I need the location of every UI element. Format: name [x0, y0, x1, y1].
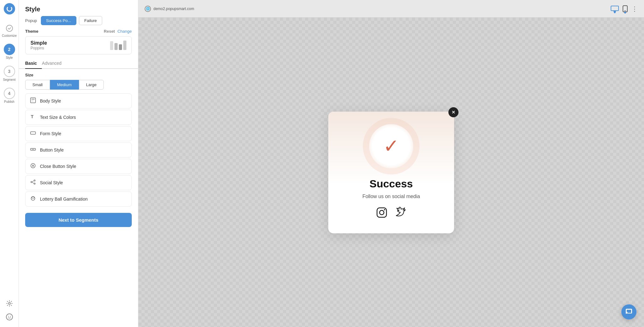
button-style-icon [30, 147, 36, 153]
social-style-label: Social Style [40, 180, 63, 185]
svg-text:T: T [31, 114, 34, 119]
text-size-colors-label: Text Size & Colors [40, 115, 76, 120]
svg-point-17 [34, 183, 35, 184]
social-style-item[interactable]: Social Style [25, 175, 132, 190]
svg-point-3 [8, 316, 8, 317]
preview-toolbar: 🌐 demo2.popupsmart.com ⋮ [138, 0, 644, 18]
success-popup-tab[interactable]: Success Po... [41, 16, 76, 25]
svg-point-16 [31, 181, 32, 183]
svg-rect-5 [31, 98, 36, 103]
preview-area: 🌐 demo2.popupsmart.com ⋮ [138, 0, 644, 327]
popup-close-btn[interactable]: ✕ [448, 107, 458, 117]
lottery-ball-label: Lottery Ball Gamification [40, 197, 88, 202]
text-size-icon: T [30, 114, 36, 121]
body-style-label: Body Style [40, 98, 61, 103]
size-large-btn[interactable]: Large [79, 80, 104, 90]
close-button-icon [30, 163, 36, 170]
popup-subtitle: Follow us on social media [362, 194, 420, 199]
device-switcher: ⋮ [611, 5, 638, 13]
preview-url-bar: 🌐 demo2.popupsmart.com [145, 6, 194, 12]
theme-change-btn[interactable]: Change [117, 29, 132, 34]
preview-content: ✕ ✓ Success Follow us on social media [138, 18, 644, 327]
theme-card: Simple Poppins [25, 36, 132, 54]
segment-label: Segment [3, 78, 15, 81]
size-button-group: Small Medium Large [25, 80, 132, 90]
svg-line-19 [32, 182, 34, 183]
theme-reset-btn[interactable]: Reset [104, 29, 115, 34]
mobile-device-btn[interactable] [623, 5, 628, 12]
style-items-list: Body Style T Text Size & Colors Form Sty… [19, 93, 138, 207]
checkmark-icon: ✓ [383, 137, 399, 156]
tab-advanced[interactable]: Advanced [42, 58, 66, 69]
publish-number-badge: 4 [4, 88, 15, 99]
theme-name: Simple [31, 40, 47, 46]
more-options-btn[interactable]: ⋮ [631, 5, 638, 13]
twitter-icon[interactable] [395, 207, 406, 221]
text-size-colors-item[interactable]: T Text Size & Colors [25, 110, 132, 125]
svg-rect-22 [611, 6, 619, 11]
failure-tab[interactable]: Failure [79, 16, 102, 25]
sidebar-item-publish[interactable]: 4 Publish [0, 85, 19, 107]
instagram-icon[interactable] [376, 207, 387, 221]
button-style-label: Button Style [40, 147, 64, 152]
style-number-badge: 2 [4, 44, 15, 55]
close-button-style-item[interactable]: Close Button Style [25, 159, 132, 174]
page-title: Style [19, 0, 138, 16]
sidebar-item-style[interactable]: 2 Style [0, 41, 19, 63]
settings-icon[interactable] [6, 300, 13, 308]
button-style-item[interactable]: Button Style [25, 142, 132, 158]
tab-basic[interactable]: Basic [25, 58, 42, 69]
left-nav: Customize 2 Style 3 Segment 4 Publish [0, 0, 19, 327]
social-style-icon [30, 179, 36, 186]
svg-point-1 [8, 302, 10, 304]
globe-icon: 🌐 [145, 6, 151, 12]
theme-label-text: Theme [25, 29, 38, 34]
customize-label: Customize [2, 34, 17, 37]
form-style-label: Form Style [40, 131, 61, 136]
popup-tab-row: Popup Success Po... Failure [19, 16, 138, 29]
style-panel: Style Popup Success Po... Failure Theme … [19, 0, 138, 327]
svg-rect-6 [31, 99, 35, 100]
size-small-btn[interactable]: Small [25, 80, 50, 90]
emoji-icon[interactable] [6, 313, 13, 322]
sidebar-item-segment[interactable]: 3 Segment [0, 63, 19, 85]
close-x-icon: ✕ [452, 110, 455, 115]
theme-preview-graphic [110, 41, 126, 50]
svg-rect-9 [31, 132, 36, 134]
lottery-ball-item[interactable]: Lottery Ball Gamification [25, 191, 132, 207]
size-medium-btn[interactable]: Medium [50, 80, 79, 90]
svg-rect-26 [377, 208, 386, 217]
svg-point-2 [6, 314, 13, 320]
form-style-item[interactable]: Form Style [25, 126, 132, 141]
theme-font: Poppins [31, 46, 47, 50]
svg-point-28 [384, 209, 385, 210]
popup-card: ✕ ✓ Success Follow us on social media [328, 112, 454, 233]
form-style-icon [30, 130, 36, 137]
basic-advanced-tabs: Basic Advanced [19, 58, 138, 69]
close-button-style-label: Close Button Style [40, 164, 76, 169]
social-icons-row [376, 207, 406, 221]
svg-rect-7 [31, 101, 34, 101]
lottery-ball-icon [30, 196, 36, 202]
chat-button[interactable] [621, 304, 636, 319]
size-section: Size Small Medium Large [19, 73, 138, 93]
publish-label: Publish [4, 100, 14, 103]
popup-tab-prefix: Popup [25, 18, 37, 23]
url-text: demo2.popupsmart.com [153, 7, 194, 11]
svg-point-0 [6, 25, 13, 31]
body-style-icon [30, 97, 36, 104]
svg-point-27 [380, 210, 384, 215]
app-logo[interactable] [4, 3, 15, 14]
svg-point-21 [33, 198, 34, 199]
success-check-circle: ✓ [369, 124, 413, 168]
svg-point-15 [34, 180, 35, 181]
desktop-device-btn[interactable] [611, 6, 619, 12]
theme-section: Theme Reset Change Simple Poppins [19, 29, 138, 58]
next-to-segments-button[interactable]: Next to Segments [25, 213, 132, 227]
body-style-item[interactable]: Body Style [25, 93, 132, 108]
sidebar-item-customize[interactable]: Customize [0, 19, 19, 41]
popup-title: Success [369, 178, 413, 190]
style-label: Style [6, 56, 13, 59]
svg-point-4 [10, 316, 10, 317]
size-label: Size [25, 73, 132, 77]
